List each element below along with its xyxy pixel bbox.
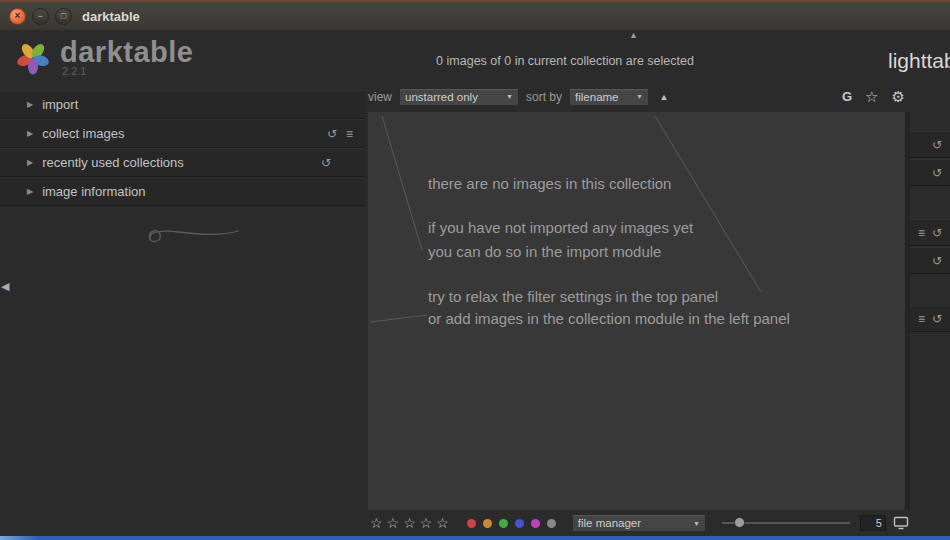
- import-hint-line2: you can do so in the import module: [428, 243, 661, 260]
- filter-toolbar: view unstarred only ▼ sort by filename ▼…: [368, 86, 905, 107]
- brand-text: darktable 2.2.1: [60, 37, 193, 77]
- module-label: import: [42, 97, 78, 112]
- color-label-dot[interactable]: [515, 519, 524, 528]
- expander-icon: ▶: [27, 187, 33, 196]
- color-label-dot[interactable]: [483, 519, 492, 528]
- reset-icon[interactable]: ↺: [932, 254, 942, 268]
- minimize-button[interactable]: −: [32, 8, 49, 25]
- reset-icon[interactable]: ↺: [932, 166, 942, 180]
- top-panel-collapse-handle[interactable]: ▲: [629, 30, 638, 40]
- right-module-row[interactable]: ↺: [910, 131, 950, 158]
- selection-status: 0 images of 0 in current collection are …: [365, 54, 765, 68]
- close-icon: ×: [15, 11, 21, 21]
- presets-icon[interactable]: ≡: [918, 226, 925, 240]
- sort-ascending-icon: ▲: [660, 92, 669, 102]
- right-module-row[interactable]: ≡ ↺: [910, 219, 950, 246]
- overlays-star-icon[interactable]: ☆: [865, 88, 878, 106]
- zoom-slider-knob[interactable]: [734, 517, 745, 528]
- star-rating-icon[interactable]: ☆: [403, 515, 416, 531]
- import-hint-line1: if you have not imported any images yet: [428, 219, 693, 236]
- layout-dropdown[interactable]: file manager ▼: [572, 514, 706, 532]
- reset-icon[interactable]: ↺: [932, 138, 942, 152]
- app-name: darktable: [60, 37, 193, 67]
- reset-icon[interactable]: ↺: [932, 312, 942, 326]
- right-module-row[interactable]: ≡ ↺: [910, 305, 950, 332]
- module-collect-images[interactable]: ▶ collect images ↺ ≡: [0, 119, 365, 148]
- zoom-slider[interactable]: [722, 516, 850, 530]
- star-rating-icon[interactable]: ☆: [436, 515, 449, 531]
- panel-collapse-up-icon: ▲: [629, 30, 638, 40]
- dropdown-arrow-icon: ▼: [500, 93, 513, 100]
- presets-icon[interactable]: ≡: [918, 312, 925, 326]
- maximize-icon: □: [61, 12, 66, 21]
- module-label: recently used collections: [42, 155, 184, 170]
- star-rating-icon[interactable]: ☆: [387, 515, 400, 531]
- color-label-dot[interactable]: [547, 519, 556, 528]
- app-area: darktable 2.2.1 ▶ import ▶ collect image…: [0, 30, 950, 536]
- right-module-row[interactable]: ↺: [910, 159, 950, 186]
- left-panel-collapse-handle[interactable]: ◀: [1, 280, 9, 293]
- module-import[interactable]: ▶ import: [0, 90, 365, 119]
- filter-hint-line1: try to relax the filter settings in the …: [428, 288, 718, 305]
- color-label-dot[interactable]: [467, 519, 476, 528]
- brand: darktable 2.2.1: [13, 37, 193, 77]
- presets-icon[interactable]: ≡: [346, 127, 353, 141]
- close-button[interactable]: ×: [9, 8, 26, 25]
- grouping-icon[interactable]: G: [842, 89, 852, 104]
- rating-stars: ☆☆☆☆☆: [368, 515, 451, 531]
- lighttable-canvas: there are no images in this collection i…: [368, 112, 905, 510]
- view-filter-dropdown[interactable]: unstarred only ▼: [399, 88, 519, 106]
- dropdown-arrow-icon: ▼: [630, 93, 643, 100]
- right-module-row[interactable]: ↺: [910, 247, 950, 274]
- bottom-toolbar: ☆☆☆☆☆ file manager ▼ 5: [365, 510, 950, 536]
- module-label: image information: [42, 184, 145, 199]
- layout-value: file manager: [578, 517, 641, 529]
- decorative-squiggle: [142, 222, 242, 254]
- reset-icon[interactable]: ↺: [932, 226, 942, 240]
- left-panel: darktable 2.2.1 ▶ import ▶ collect image…: [0, 30, 365, 536]
- panel-collapse-left-icon: ◀: [1, 280, 9, 292]
- module-label: collect images: [42, 126, 124, 141]
- filter-hint-line2: or add images in the collection module i…: [428, 310, 790, 327]
- toolbar-icons: G ☆ ⚙: [842, 88, 905, 106]
- display-profile-icon[interactable]: [893, 516, 909, 530]
- maximize-button[interactable]: □: [55, 8, 72, 25]
- color-label-dot[interactable]: [531, 519, 540, 528]
- titlebar: × − □ darktable: [0, 0, 950, 30]
- darktable-logo: [13, 37, 53, 77]
- expander-icon: ▶: [27, 158, 33, 167]
- module-image-information[interactable]: ▶ image information: [0, 177, 365, 206]
- minimize-icon: −: [38, 12, 43, 21]
- right-panel: ↺ ↺ ≡ ↺ ↺ ≡ ↺: [910, 30, 950, 510]
- sort-direction-button[interactable]: ▲: [656, 89, 672, 105]
- window-title: darktable: [82, 9, 140, 24]
- color-labels: [467, 519, 556, 528]
- zoom-level-value[interactable]: 5: [860, 515, 886, 531]
- dropdown-arrow-icon: ▼: [687, 520, 700, 527]
- sort-by-dropdown[interactable]: filename ▼: [569, 88, 649, 106]
- left-panel-sections: ▶ import ▶ collect images ↺ ≡ ▶ recently…: [0, 90, 365, 206]
- star-rating-icon[interactable]: ☆: [420, 515, 433, 531]
- view-filter-label: view: [368, 90, 392, 104]
- expander-icon: ▶: [27, 100, 33, 109]
- sort-by-label: sort by: [526, 90, 562, 104]
- preferences-gear-icon[interactable]: ⚙: [892, 88, 905, 106]
- empty-collection-message: there are no images in this collection: [428, 175, 671, 192]
- view-filter-value: unstarred only: [405, 91, 478, 103]
- module-recently-used-collections[interactable]: ▶ recently used collections ↺: [0, 148, 365, 177]
- reset-icon[interactable]: ↺: [327, 127, 337, 141]
- expander-icon: ▶: [27, 129, 33, 138]
- star-rating-icon[interactable]: ☆: [370, 515, 383, 531]
- desktop-edge-strip: [0, 536, 950, 540]
- sort-by-value: filename: [575, 91, 618, 103]
- darktable-window: × − □ darktable: [0, 0, 950, 540]
- reset-icon[interactable]: ↺: [321, 156, 331, 170]
- color-label-dot[interactable]: [499, 519, 508, 528]
